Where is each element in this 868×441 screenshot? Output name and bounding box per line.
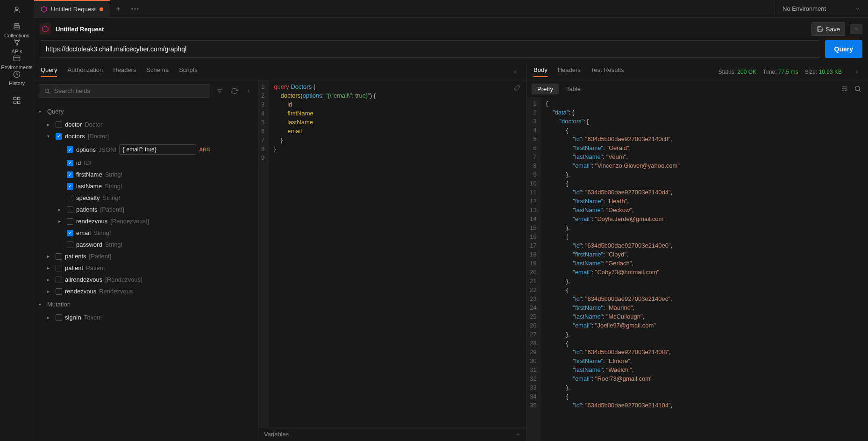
prettify-button[interactable]: [512, 82, 523, 93]
collapse-explorer-button[interactable]: [244, 86, 253, 96]
left-rail: CollectionsAPIsEnvironmentsHistory: [0, 0, 34, 441]
svg-rect-3: [14, 28, 20, 29]
wrap-icon: [841, 85, 848, 92]
environments-icon: [13, 54, 21, 63]
search-response-button[interactable]: [852, 83, 863, 94]
search-fields-input[interactable]: [54, 87, 205, 94]
explorer-section-mutation[interactable]: ▾Mutation: [34, 297, 258, 312]
svg-point-21: [135, 8, 136, 9]
svg-point-22: [137, 8, 139, 9]
restab-body[interactable]: Body: [534, 66, 548, 77]
refresh-schema-button[interactable]: [229, 85, 240, 97]
rail-user[interactable]: [13, 6, 21, 14]
checkbox[interactable]: [56, 288, 62, 295]
response-status: Status: 200 OK Time: 77.5 ms Size: 10.93…: [719, 69, 842, 75]
restab-headers[interactable]: Headers: [558, 66, 581, 77]
collections-icon: [13, 22, 21, 31]
checkbox[interactable]: [67, 195, 73, 201]
reqtab-schema[interactable]: Schema: [146, 66, 169, 77]
checkbox[interactable]: [56, 133, 62, 140]
rail-apis[interactable]: APIs: [1, 38, 32, 54]
checkbox[interactable]: [67, 242, 73, 248]
query-field-options[interactable]: options JSON! ARG: [34, 142, 258, 157]
rail-extensions[interactable]: [13, 96, 21, 105]
checkbox[interactable]: [67, 146, 73, 153]
checkbox[interactable]: [67, 171, 73, 178]
mutation-field-signIn[interactable]: ▸signIn Token!: [34, 312, 258, 323]
variables-bar[interactable]: Variables: [258, 427, 526, 441]
query-field-firstName[interactable]: firstName String!: [34, 169, 258, 180]
checkbox[interactable]: [67, 183, 73, 190]
query-field-email[interactable]: email String!: [34, 227, 258, 239]
search-fields-box[interactable]: [39, 84, 210, 98]
query-field-patient[interactable]: ▸patient Patient: [34, 262, 258, 274]
query-field-patients[interactable]: ▸patients [Patient!]: [34, 204, 258, 215]
expand-response-button[interactable]: [852, 69, 861, 75]
svg-rect-9: [14, 97, 16, 100]
reqtab-scripts[interactable]: Scripts: [179, 66, 198, 77]
svg-marker-13: [42, 7, 47, 12]
resview-pretty[interactable]: Pretty: [532, 84, 559, 94]
svg-point-0: [15, 7, 18, 10]
query-field-rendezvous[interactable]: ▸rendezvous [Rendezvous!]: [34, 215, 258, 227]
send-button[interactable]: Query: [825, 40, 862, 58]
checkbox[interactable]: [67, 206, 73, 213]
response-body-viewer[interactable]: 1234567891011121314151617181920212223242…: [527, 97, 868, 441]
new-tab-button[interactable]: [110, 0, 127, 17]
variables-label: Variables: [264, 431, 289, 438]
checkbox[interactable]: [56, 265, 62, 271]
environment-selector[interactable]: No Environment: [775, 0, 868, 17]
query-field-password[interactable]: password String!: [34, 239, 258, 250]
svg-point-17: [43, 11, 44, 12]
reqtab-headers[interactable]: Headers: [113, 66, 136, 77]
explorer-section-query[interactable]: ▾Query: [34, 104, 258, 119]
url-input[interactable]: [40, 40, 820, 58]
reqtab-authorization[interactable]: Authorization: [67, 66, 103, 77]
tab-overflow-button[interactable]: [127, 0, 143, 17]
checkbox[interactable]: [67, 218, 73, 225]
rail-environments[interactable]: Environments: [1, 54, 32, 70]
tab-request[interactable]: Untitled Request: [34, 0, 110, 17]
resview-table[interactable]: Table: [561, 84, 586, 94]
svg-point-15: [46, 7, 47, 8]
query-field-rendezvous[interactable]: ▸rendezvous Rendezvous: [34, 285, 258, 297]
query-field-lastName[interactable]: lastName String!: [34, 180, 258, 192]
checkbox[interactable]: [67, 230, 73, 236]
query-editor[interactable]: 123456789 query Doctors { doctors(option…: [258, 80, 526, 427]
wand-icon: [513, 84, 521, 92]
filter-button[interactable]: [214, 85, 225, 97]
checkbox[interactable]: [56, 314, 62, 321]
history-icon: [13, 70, 21, 78]
url-row: Query: [34, 40, 868, 64]
arg-input-options[interactable]: [119, 144, 196, 155]
environment-label: No Environment: [783, 5, 826, 12]
checkbox[interactable]: [56, 253, 62, 260]
rail-collections[interactable]: Collections: [1, 22, 32, 38]
svg-point-4: [14, 40, 15, 41]
response-subtabs: BodyHeadersTest Results Status: 200 OK T…: [527, 64, 868, 80]
tab-title: Untitled Request: [51, 6, 96, 13]
query-field-doctors[interactable]: ▾doctors [Doctor]: [34, 130, 258, 142]
checkbox[interactable]: [56, 121, 62, 128]
svg-point-14: [43, 6, 44, 7]
save-dropdown-button[interactable]: [850, 24, 862, 34]
rail-history[interactable]: History: [1, 70, 32, 86]
checkbox[interactable]: [67, 160, 73, 166]
checkbox[interactable]: [56, 277, 62, 283]
svg-rect-7: [14, 56, 20, 61]
query-field-specialty[interactable]: specialty String!: [34, 192, 258, 204]
request-title: Untitled Request: [56, 26, 104, 33]
save-icon: [817, 26, 823, 32]
restab-test-results[interactable]: Test Results: [591, 66, 624, 77]
svg-point-25: [855, 86, 860, 91]
wrap-button[interactable]: [839, 83, 850, 94]
query-field-allrendezvous[interactable]: ▸allrendezvous [Rendezvous]: [34, 274, 258, 285]
collapse-request-button[interactable]: [511, 69, 520, 75]
query-field-doctor[interactable]: ▸doctor Doctor: [34, 119, 258, 130]
svg-point-20: [132, 8, 133, 9]
query-field-patients[interactable]: ▸patients [Patient]: [34, 250, 258, 262]
query-field-id[interactable]: id ID!: [34, 157, 258, 169]
graphql-icon: [42, 25, 49, 33]
save-button[interactable]: Save: [811, 22, 845, 36]
reqtab-query[interactable]: Query: [41, 66, 57, 77]
